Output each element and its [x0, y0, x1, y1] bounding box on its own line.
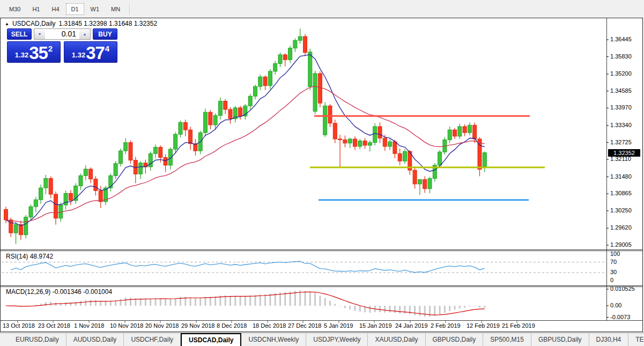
timeframe-button-MN[interactable]: MN: [106, 3, 125, 15]
collapse-triangle-icon[interactable]: ▲: [5, 21, 9, 26]
sell-price-prefix: 1.32: [15, 51, 28, 59]
date-axis-label: 2 Feb 2019: [431, 322, 461, 329]
lot-decrease-icon[interactable]: ▼: [34, 29, 45, 39]
ma-fast-line: [6, 55, 485, 226]
price-axis-ticks: [606, 40, 609, 318]
macd-axis-label: -0.0073: [610, 314, 630, 320]
timeframe-button-H1[interactable]: H1: [27, 3, 45, 15]
lot-increase-icon[interactable]: ▲: [79, 29, 90, 39]
one-click-trading-panel: SELL ▼ 0.01 ▲ BUY 1.32 35 2 1.32 37 4: [7, 28, 117, 63]
chart-tab-usdchf-daily[interactable]: USDCHF,Daily: [124, 333, 181, 346]
chart-canvas: [1, 18, 642, 332]
pane-separators: [1, 18, 642, 321]
timeframe-button-W1[interactable]: W1: [85, 3, 105, 15]
trade-price-row: 1.32 35 2 1.32 37 4: [7, 41, 117, 63]
sell-price-main: 35: [29, 45, 48, 61]
buy-button[interactable]: BUY: [93, 28, 117, 40]
chart-window: ▲ USDCAD,Daily 1.31845 1.32398 1.31648 1…: [0, 18, 643, 332]
buy-price-main: 37: [86, 45, 105, 61]
chart-tab-usdjpy-weekly[interactable]: USDJPY,Weekly: [306, 333, 368, 346]
date-axis-label: 21 Feb 2019: [502, 322, 535, 329]
rsi-axis-label: 100: [610, 251, 620, 257]
date-axis-label: 12 Feb 2019: [467, 322, 500, 329]
buy-price-pip: 4: [105, 44, 109, 53]
chart-tab-dj30-h4[interactable]: DJ30,H4: [589, 333, 629, 346]
rsi-axis-label: 30: [610, 269, 617, 275]
price-axis-label: 1.36445: [610, 36, 632, 42]
sell-button[interactable]: SELL: [7, 28, 32, 40]
chart-tab-gbpusd-daily[interactable]: GBPUSD,Daily: [426, 333, 484, 346]
analysis-level-lines: [310, 116, 545, 200]
chart-tab-audusd-daily[interactable]: AUDUSD,Daily: [66, 333, 124, 346]
price-axis-label: 1.29620: [610, 224, 632, 231]
price-axis-label: 1.33970: [610, 104, 632, 111]
price-axis-label: 1.35830: [610, 53, 632, 60]
rsi-axis-label: 0: [610, 277, 613, 283]
price-axis-label: 1.32725: [610, 139, 632, 145]
timeframe-toolbar: M30H1H4D1W1MN: [0, 0, 644, 18]
sell-price-button[interactable]: 1.32 35 2: [7, 41, 61, 63]
date-axis-label: 15 Jan 2019: [359, 322, 392, 329]
date-axis-label: 1 Nov 2018: [74, 322, 104, 329]
chart-tab-sp500-m15[interactable]: SP500,M15: [483, 333, 531, 346]
price-axis-label: 1.30865: [610, 190, 632, 196]
date-axis-label: 8 Dec 2018: [217, 322, 247, 329]
lot-size-value[interactable]: 0.01: [45, 29, 79, 39]
timeframe-button-H4[interactable]: H4: [46, 3, 64, 15]
date-axis-label: 27 Dec 2018: [288, 322, 321, 329]
timeframe-button-M30[interactable]: M30: [4, 3, 26, 15]
date-axis-label: 5 Jan 2019: [324, 322, 353, 329]
date-axis-label: 24 Jan 2019: [395, 322, 428, 329]
buy-price-button[interactable]: 1.32 37 4: [64, 41, 117, 63]
date-axis-label: 13 Oct 2018: [3, 322, 35, 329]
rsi-indicator-label: RSI(14) 48.9742: [6, 253, 53, 260]
macd-axis-label: 0.00: [610, 302, 621, 308]
price-axis-label: 1.33340: [610, 122, 632, 128]
timeframe-button-D1[interactable]: D1: [66, 3, 84, 15]
lot-size-stepper: ▼ 0.01 ▲: [34, 28, 91, 40]
date-axis-label: 20 Nov 2018: [145, 322, 179, 329]
price-axis-label: 1.30250: [610, 207, 632, 214]
date-axis-label: 10 Nov 2018: [110, 322, 143, 329]
price-axis-label: 1.29005: [610, 241, 632, 248]
rsi-level-lines: [2, 262, 605, 273]
date-axis-label: 18 Dec 2018: [253, 322, 286, 329]
price-axis-label: 1.35200: [610, 70, 632, 77]
trade-controls-row: SELL ▼ 0.01 ▲ BUY: [7, 28, 117, 40]
date-axis-label: 23 Oct 2018: [38, 322, 70, 329]
chart-tab-gbpusd-daily[interactable]: GBPUSD,Daily: [531, 333, 589, 346]
buy-price-prefix: 1.32: [72, 51, 85, 59]
date-axis-label: 29 Nov 2018: [181, 322, 214, 329]
chart-tab-xauusd-daily[interactable]: XAUUSD,Daily: [368, 333, 425, 346]
rsi-line: [11, 261, 485, 273]
rsi-axis-label: 70: [610, 259, 617, 265]
macd-indicator-label: MACD(12,26,9) -0.001346 -0.001004: [6, 288, 112, 296]
chart-tab-tech1[interactable]: TECH1: [628, 333, 644, 346]
price-axis-label: 1.34585: [610, 87, 632, 94]
chart-tab-eurusd-daily[interactable]: EURUSD,Daily: [9, 333, 66, 346]
chart-symbol-label: USDCAD,Daily: [12, 20, 56, 27]
macd-axis-label: 0.010525: [610, 285, 635, 292]
chart-tab-usdcad-daily[interactable]: USDCAD,Daily: [181, 333, 241, 346]
sell-price-pip: 2: [48, 44, 53, 53]
chart-ohlc-values: 1.31845 1.32398 1.31648 1.32352: [59, 20, 158, 27]
chart-tab-bar: EURUSD,DailyAUDUSD,DailyUSDCHF,DailyUSDC…: [0, 333, 644, 346]
price-axis-label: 1.31480: [610, 173, 632, 180]
chart-title: ▲ USDCAD,Daily 1.31845 1.32398 1.31648 1…: [5, 20, 157, 27]
ma-slow-line: [6, 86, 485, 222]
chart-tab-usdcnh-weekly[interactable]: USDCNH,Weekly: [241, 333, 306, 346]
price-axis-label: 1.32110: [610, 156, 631, 162]
toolbar-separator: [129, 4, 130, 14]
